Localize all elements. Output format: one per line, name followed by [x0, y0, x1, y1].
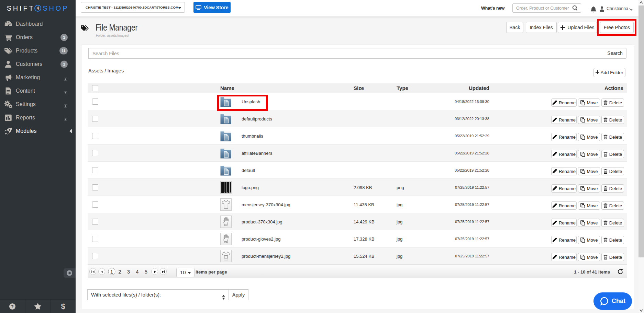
svg-text:?: ?	[11, 304, 14, 309]
